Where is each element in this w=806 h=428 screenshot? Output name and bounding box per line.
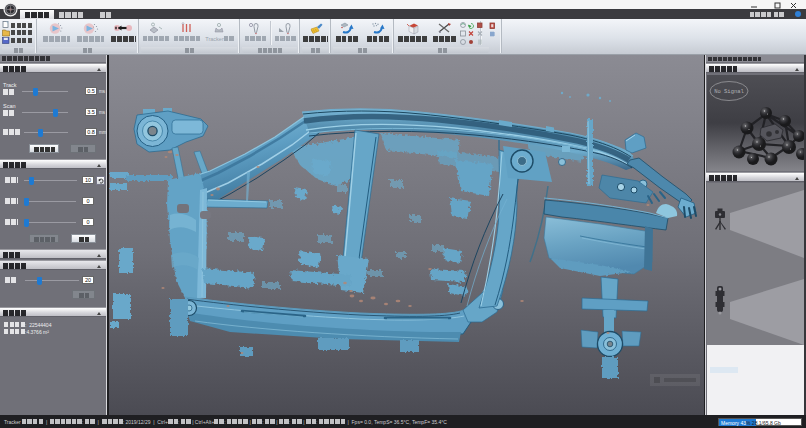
svg-text:No Signal: No Signal <box>714 88 744 95</box>
